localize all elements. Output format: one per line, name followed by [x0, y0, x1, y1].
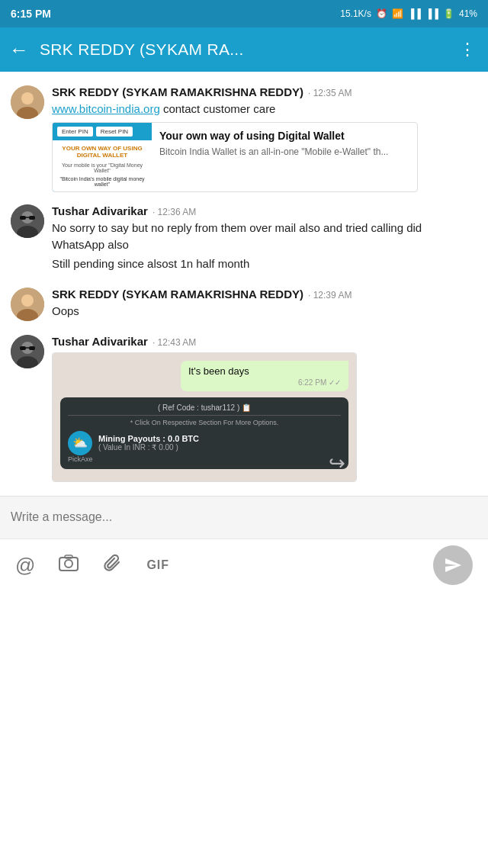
time-display: 6:15 PM: [11, 8, 51, 20]
wa-chat-bg: It's been days 6:22 PM ✓✓ ( Ref Code : t…: [53, 353, 356, 481]
timestamp: · 12:35 AM: [308, 88, 352, 98]
preview-image: Enter PIN Reset PIN YOUR OWN WAY OF USIN…: [53, 123, 152, 191]
preview-img-title: YOUR OWN WAY OF USINGDIGITAL WALLET: [62, 145, 142, 159]
status-icons: 15.1K/s ⏰ 📶 ▐▐ ▐▐ 🔋 41%: [340, 8, 477, 19]
svg-point-10: [21, 294, 34, 307]
bitcoin-link[interactable]: www.bitcoin-india.org: [52, 102, 160, 115]
avatar: [11, 335, 44, 368]
message-content: Tushar Adivarikar · 12:36 AM No sorry to…: [52, 204, 477, 275]
timestamp: · 12:43 AM: [152, 337, 196, 348]
wa-dark-card: ( Ref Code : tushar112 ) 📋 * Click On Re…: [60, 397, 348, 469]
wifi-icon: 📶: [392, 8, 403, 19]
message-header: SRK REDDY (SYKAM RAMAKRISHNA REDDY) · 12…: [52, 85, 477, 98]
sender-name: SRK REDDY (SYKAM RAMAKRISHNA REDDY): [52, 85, 303, 98]
attach-button[interactable]: [102, 552, 124, 579]
sender-name: Tushar Adivarikar: [52, 335, 148, 348]
reset-pin-btn: Reset PIN: [96, 127, 133, 137]
svg-rect-7: [29, 216, 35, 220]
timestamp: · 12:36 AM: [152, 207, 196, 217]
svg-rect-15: [20, 346, 26, 350]
network-speed: 15.1K/s: [340, 8, 371, 19]
avatar: [11, 204, 44, 238]
preview-img-subtitle: Your mobile is your "Digital Money Walle…: [56, 162, 149, 173]
at-button[interactable]: @: [15, 554, 35, 577]
chat-area: SRK REDDY (SYKAM RAMAKRISHNA REDDY) · 12…: [0, 72, 488, 496]
message-input[interactable]: [11, 510, 477, 524]
wa-bubble-text: It's been days: [188, 365, 341, 377]
status-bar: 6:15 PM 15.1K/s ⏰ 📶 ▐▐ ▐▐ 🔋 41%: [0, 0, 488, 27]
message-header: SRK REDDY (SYKAM RAMAKRISHNA REDDY) · 12…: [52, 288, 477, 301]
avatar: [11, 85, 44, 119]
message-header: Tushar Adivarikar · 12:36 AM: [52, 204, 477, 217]
message-content: SRK REDDY (SYKAM RAMAKRISHNA REDDY) · 12…: [52, 288, 477, 323]
svg-point-19: [65, 560, 72, 567]
wa-mining-row: ⛅ Mining Payouts : 0.0 BTC ( Value In IN…: [68, 431, 341, 455]
preview-body: YOUR OWN WAY OF USINGDIGITAL WALLET Your…: [53, 140, 152, 191]
whatsapp-screenshot: It's been days 6:22 PM ✓✓ ( Ref Code : t…: [52, 352, 357, 482]
message-row: SRK REDDY (SYKAM RAMAKRISHNA REDDY) · 12…: [0, 281, 488, 329]
wa-mining-info: Mining Payouts : 0.0 BTC ( Value In INR …: [98, 434, 341, 452]
battery-icon: 🔋: [443, 8, 454, 19]
wa-mining-title: Mining Payouts : 0.0 BTC: [98, 434, 341, 443]
preview-desc: Bitcoin India Wallet is an all-in-one "M…: [159, 146, 409, 159]
bottom-toolbar: @ GIF: [0, 538, 488, 592]
input-bar: [0, 496, 488, 538]
preview-info: Your own way of using Digital Wallet Bit…: [152, 123, 417, 191]
alarm-icon: ⏰: [376, 8, 387, 19]
svg-point-1: [21, 92, 34, 104]
message-row: Tushar Adivarikar · 12:36 AM No sorry to…: [0, 198, 488, 281]
message-text: www.bitcoin-india.org contact customer c…: [52, 101, 477, 117]
wa-ref-label: * Click On Respective Section For More O…: [68, 419, 341, 426]
sender-name: SRK REDDY (SYKAM RAMAKRISHNA REDDY): [52, 288, 303, 301]
message-row: Tushar Adivarikar · 12:43 AM It's been d…: [0, 329, 488, 488]
menu-button[interactable]: ⋮: [456, 37, 479, 63]
timestamp: · 12:39 AM: [308, 290, 352, 301]
message-text-2: Still pending since alsost 1n half month: [52, 256, 477, 272]
signal-icon1: ▐▐: [408, 8, 421, 19]
preview-topbar: Enter PIN Reset PIN: [53, 123, 152, 140]
back-button[interactable]: ←: [9, 38, 29, 62]
wa-bubble-time: 6:22 PM ✓✓: [188, 378, 341, 387]
camera-button[interactable]: [58, 552, 79, 579]
send-button[interactable]: [433, 545, 473, 585]
chat-header: ← SRK REDDY (SYKAM RA... ⋮: [0, 27, 488, 72]
message-content: Tushar Adivarikar · 12:43 AM It's been d…: [52, 335, 477, 482]
svg-rect-6: [20, 216, 26, 220]
link-preview-card[interactable]: Enter PIN Reset PIN YOUR OWN WAY OF USIN…: [52, 122, 418, 192]
message-header: Tushar Adivarikar · 12:43 AM: [52, 335, 477, 348]
wa-mining-value: ( Value In INR : ₹ 0.00 ): [98, 443, 341, 452]
wa-ref-code: ( Ref Code : tushar112 ) 📋: [68, 403, 341, 416]
message-text: Oops: [52, 303, 477, 320]
chat-title: SRK REDDY (SYKAM RA...: [40, 40, 456, 59]
preview-img-tag: "Bitcoin India's mobile digital money wa…: [56, 176, 149, 187]
avatar: [11, 288, 44, 321]
preview-title: Your own way of using Digital Wallet: [159, 129, 409, 143]
wa-mining-icon: ⛅: [68, 431, 92, 455]
sender-name: Tushar Adivarikar: [52, 204, 148, 217]
signal-icon2: ▐▐: [425, 8, 438, 19]
message-text: No sorry to say but no reply from them o…: [52, 220, 477, 253]
battery-percent: 41%: [459, 8, 477, 19]
svg-rect-16: [29, 346, 35, 350]
forward-icon[interactable]: ↪: [329, 452, 345, 475]
message-content: SRK REDDY (SYKAM RAMAKRISHNA REDDY) · 12…: [52, 85, 477, 192]
wa-sent-bubble: It's been days 6:22 PM ✓✓: [181, 361, 348, 391]
wa-pickaxe: PickAxe: [68, 455, 341, 463]
enter-pin-btn: Enter PIN: [57, 127, 93, 137]
message-row: SRK REDDY (SYKAM RAMAKRISHNA REDDY) · 12…: [0, 79, 488, 198]
gif-button[interactable]: GIF: [146, 558, 169, 572]
